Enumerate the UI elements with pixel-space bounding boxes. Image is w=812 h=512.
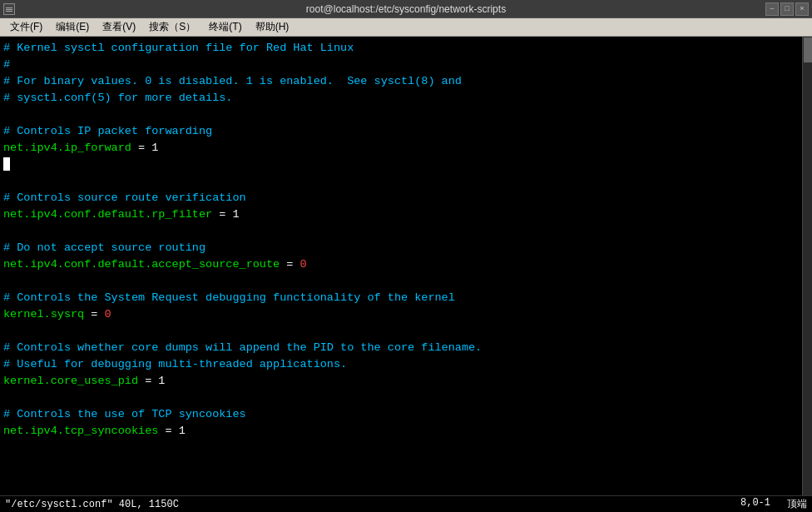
editor-line: [3, 323, 810, 340]
editor-line: [3, 157, 810, 173]
statusbar-scroll: 顶端: [787, 497, 807, 511]
editor-line: kernel.sysrq = 0: [3, 306, 810, 323]
editor-line: # Controls source route verification: [3, 190, 810, 206]
editor-area[interactable]: # Kernel sysctl configuration file for R…: [0, 37, 812, 495]
svg-rect-3: [6, 11, 12, 12]
editor-line: # Kernel sysctl configuration file for R…: [3, 40, 810, 57]
editor-line: [3, 173, 810, 190]
menu-search[interactable]: 搜索（S）: [142, 18, 202, 36]
editor-line: net.ipv4.conf.default.rp_filter = 1: [3, 206, 810, 223]
minimize-button[interactable]: −: [765, 2, 779, 16]
editor-line: [3, 390, 810, 406]
menu-help[interactable]: 帮助(H): [249, 18, 296, 36]
svg-rect-1: [6, 7, 12, 8]
editor-line: [3, 223, 810, 240]
titlebar: root@localhost:/etc/sysconfig/network-sc…: [0, 0, 812, 18]
scrollbar-thumb[interactable]: [804, 37, 812, 62]
editor-line: # Do not accept source routing: [3, 240, 810, 256]
editor-line: # Controls the System Request debugging …: [3, 290, 810, 306]
editor-line: net.ipv4.ip_forward = 1: [3, 140, 810, 157]
window-title: root@localhost:/etc/sysconfig/network-sc…: [306, 3, 506, 15]
editor-line: #: [3, 57, 810, 73]
app-icon: [3, 3, 15, 15]
editor-line: # Controls whether core dumps will appen…: [3, 340, 810, 356]
menu-edit[interactable]: 编辑(E): [49, 18, 96, 36]
editor-line: # Useful for debugging multi-threaded ap…: [3, 356, 810, 373]
titlebar-left: [3, 3, 15, 15]
menu-terminal[interactable]: 终端(T): [202, 18, 248, 36]
editor-line: kernel.core_uses_pid = 1: [3, 373, 810, 390]
editor-line: # sysctl.conf(5) for more details.: [3, 90, 810, 107]
svg-rect-2: [6, 9, 12, 10]
statusbar-position: 8,0-1: [740, 497, 770, 511]
statusbar-file: "/etc/sysctl.conf" 40L, 1150C: [5, 499, 179, 510]
editor-line: net.ipv4.conf.default.accept_source_rout…: [3, 256, 810, 273]
menu-file[interactable]: 文件(F): [3, 18, 49, 36]
cursor: [3, 157, 10, 171]
editor-line: # Controls the use of TCP syncookies: [3, 406, 810, 423]
editor-line: [3, 273, 810, 290]
editor-line: # Controls IP packet forwarding: [3, 123, 810, 140]
menubar: 文件(F) 编辑(E) 查看(V) 搜索（S） 终端(T) 帮助(H): [0, 18, 812, 37]
editor-line: # For binary values. 0 is disabled. 1 is…: [3, 73, 810, 90]
editor-line: net.ipv4.tcp_syncookies = 1: [3, 423, 810, 440]
statusbar: "/etc/sysctl.conf" 40L, 1150C 8,0-1 顶端: [0, 495, 812, 512]
close-button[interactable]: ×: [795, 2, 809, 16]
menu-view[interactable]: 查看(V): [96, 18, 142, 36]
statusbar-right: 8,0-1 顶端: [740, 497, 807, 511]
window-controls[interactable]: − □ ×: [765, 2, 809, 16]
editor-line: [3, 107, 810, 123]
maximize-button[interactable]: □: [780, 2, 794, 16]
scrollbar[interactable]: [802, 37, 812, 495]
